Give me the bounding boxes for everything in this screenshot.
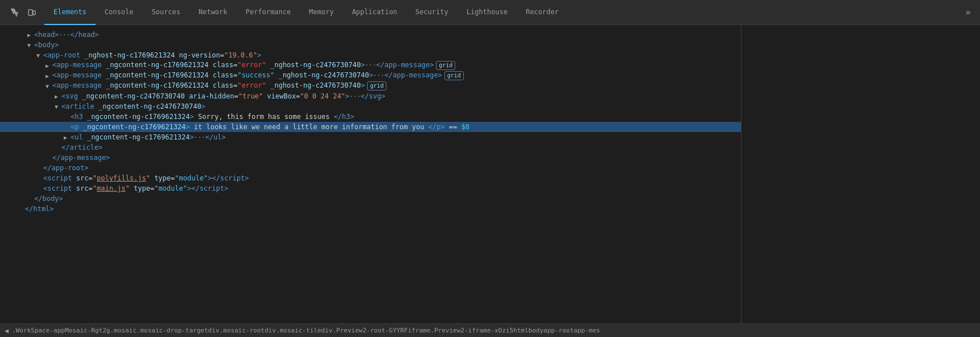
breadcrumb-item[interactable]: .WorkSpace-appMosaic-Rgt2g.mosaic.mosaic… [12, 327, 208, 334]
styles-panel [741, 25, 980, 323]
inspect-element-icon[interactable] [7, 5, 23, 20]
tab-console[interactable]: Console [96, 0, 143, 25]
dom-line[interactable]: <svg _ngcontent-ng-c2476730740 aria-hidd… [0, 91, 741, 101]
dom-line[interactable]: <app-message _ngcontent-ng-c1769621324 c… [0, 60, 741, 71]
breadcrumb-item[interactable]: iframe.Preview2-iframe-xOzi5 [408, 327, 513, 334]
svg-rect-1 [33, 11, 35, 15]
breadcrumb-item[interactable]: app-mes [574, 327, 600, 334]
dom-line[interactable]: <body> [0, 40, 741, 50]
expand-triangle[interactable] [46, 73, 52, 79]
dom-node-content: </body> [34, 195, 63, 203]
collapse-triangle[interactable] [55, 104, 61, 110]
dom-node-content: <app-message _ngcontent-ng-c1769621324 c… [52, 71, 464, 80]
status-bar: ◀ .WorkSpace-appMosaic-Rgt2g.mosaic.mosa… [0, 323, 980, 337]
tab-application[interactable]: Application [343, 0, 406, 25]
collapse-triangle[interactable] [36, 52, 43, 59]
breadcrumb-item[interactable]: div.mosaic-tile [265, 327, 321, 334]
device-toolbar-icon[interactable] [24, 5, 40, 20]
breadcrumb-left-arrow[interactable]: ◀ [5, 327, 9, 335]
dom-node-content: <app-root _nghost-ng-c1769621324 ng-vers… [43, 51, 261, 59]
breadcrumb-item[interactable]: div.mosaic-root [208, 327, 265, 334]
svg-rect-0 [28, 10, 32, 15]
expand-triangle[interactable] [55, 93, 61, 100]
dom-line[interactable]: </app-message> [0, 153, 741, 163]
dom-line[interactable]: <app-message _ngcontent-ng-c1769621324 c… [0, 71, 741, 81]
tab-sources[interactable]: Sources [142, 0, 190, 25]
dom-line[interactable]: </body> [0, 194, 741, 204]
expand-triangle[interactable] [46, 63, 52, 69]
toolbar-icons [2, 5, 44, 20]
dom-line[interactable]: <app-message _ngcontent-ng-c1769621324 c… [0, 81, 741, 91]
dom-node-content: <body> [34, 41, 59, 49]
dom-node-content: <ul _ngcontent-ng-c1769621324>···</ul> [71, 133, 226, 141]
breadcrumb-items: .WorkSpace-appMosaic-Rgt2g.mosaic.mosaic… [12, 327, 600, 334]
dom-line[interactable]: <script src="main.js" type="module"></sc… [0, 183, 741, 194]
tab-memory[interactable]: Memory [300, 0, 343, 25]
tab-elements[interactable]: Elements [44, 0, 96, 25]
breadcrumb-item[interactable]: body [529, 327, 544, 334]
tab-lighthouse[interactable]: Lighthouse [458, 0, 517, 25]
dom-node-content: <app-message _ngcontent-ng-c1769621324 c… [52, 61, 455, 70]
dom-node-content: </article> [61, 143, 102, 151]
dom-line[interactable]: <app-root _nghost-ng-c1769621324 ng-vers… [0, 50, 741, 60]
dom-node-content: </app-root> [43, 164, 88, 172]
dom-panel[interactable]: <head>···</head><body><app-root _nghost-… [0, 25, 741, 323]
dom-node-content: <script src="main.js" type="module"></sc… [43, 184, 228, 192]
tab-list: ElementsConsoleSourcesNetworkPerformance… [44, 0, 568, 25]
expand-triangle[interactable] [27, 32, 34, 38]
dom-node-content: <script src="polyfills.js" type="module"… [43, 174, 249, 182]
dom-line[interactable]: <p _ngcontent-ng-c1769621324> it looks l… [0, 122, 741, 132]
collapse-triangle[interactable] [46, 83, 52, 89]
dom-line[interactable]: <h3 _ngcontent-ng-c1769621324> Sorry, th… [0, 112, 741, 122]
breadcrumb-item[interactable]: html [513, 327, 529, 334]
tab-recorder[interactable]: Recorder [517, 0, 568, 25]
main-area: <head>···</head><body><app-root _nghost-… [0, 25, 980, 323]
more-tabs-icon[interactable]: » [958, 7, 978, 18]
dom-line[interactable]: <head>···</head> [0, 30, 741, 40]
dom-line[interactable]: </app-root> [0, 163, 741, 173]
dom-node-content: <app-message _ngcontent-ng-c1769621324 c… [52, 81, 386, 91]
tab-bar: ElementsConsoleSourcesNetworkPerformance… [0, 0, 980, 25]
dom-node-content: <h3 _ngcontent-ng-c1769621324> Sorry, th… [71, 113, 355, 121]
expand-triangle[interactable] [64, 134, 71, 141]
dom-line[interactable]: <script src="polyfills.js" type="module"… [0, 173, 741, 183]
tab-network[interactable]: Network [190, 0, 237, 25]
breadcrumb-item[interactable]: app-root [543, 327, 574, 334]
dom-node-content: <head>···</head> [34, 31, 99, 39]
dom-node-content: <svg _ngcontent-ng-c2476730740 aria-hidd… [61, 92, 385, 100]
dom-node-content: </app-message> [52, 154, 110, 162]
dom-node-content: <article _ngcontent-ng-c2476730740> [61, 102, 205, 110]
dom-node-content: <p _ngcontent-ng-c1769621324> it looks l… [71, 123, 470, 131]
tab-security[interactable]: Security [406, 0, 458, 25]
dom-line[interactable]: </article> [0, 142, 741, 153]
collapse-triangle[interactable] [27, 42, 34, 48]
dom-line[interactable]: </html> [0, 204, 741, 214]
dom-line[interactable]: <article _ngcontent-ng-c2476730740> [0, 101, 741, 112]
dom-line[interactable]: <ul _ngcontent-ng-c1769621324>···</ul> [0, 132, 741, 142]
breadcrumb-item[interactable]: div.Preview2-root-GYYRF [321, 327, 407, 334]
tab-performance[interactable]: Performance [237, 0, 300, 25]
dom-node-content: </html> [25, 205, 54, 213]
dom-tree: <head>···</head><body><app-root _nghost-… [0, 30, 741, 214]
